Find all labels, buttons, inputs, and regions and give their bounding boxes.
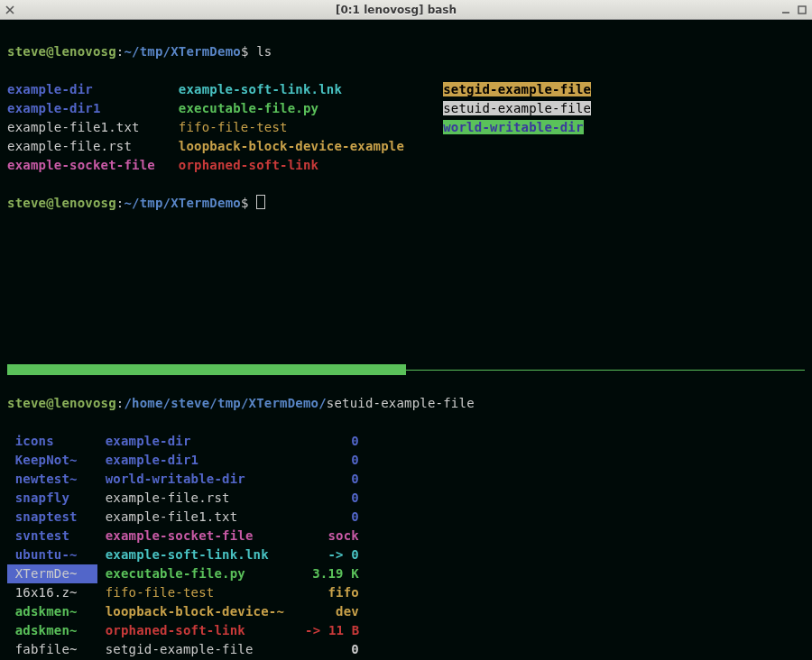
mc-left-item[interactable]: adskmen~ <box>7 621 97 640</box>
mc-left-item[interactable]: svntest <box>7 527 97 545</box>
mc-row[interactable]: ubuntu-~ example-soft-link.lnk -> 0 <box>7 545 805 564</box>
ls-row: example-dir example-soft-link.lnk setgid… <box>7 80 805 99</box>
prompt-line-2: steve@lenovosg:~/tmp/XTermDemo$ <box>7 194 805 213</box>
mc-right-item[interactable]: example-file1.txt 0 <box>97 509 359 524</box>
mc-left-item[interactable]: 16x16.z~ <box>7 583 97 602</box>
ls-item: example-file.rst <box>7 139 179 153</box>
mc-path-line: steve@lenovosg:/home/steve/tmp/XTermDemo… <box>7 394 805 413</box>
mc-left-item[interactable]: fabfile~ <box>7 640 97 659</box>
mc-right-item[interactable]: example-file.rst 0 <box>97 490 359 505</box>
ls-row: example-file1.txt fifo-file-test world-w… <box>7 118 805 137</box>
mc-row[interactable]: 16x16.z~ fifo-file-test fifo <box>7 583 805 602</box>
mc-right-item[interactable]: example-soft-link.lnk -> 0 <box>97 547 359 562</box>
ls-command: ls <box>256 44 272 59</box>
window-titlebar: [0:1 lenovosg] bash <box>0 0 812 20</box>
mc-row[interactable]: KeepNot~ example-dir1 0 <box>7 451 805 470</box>
mc-left-item[interactable]: icons <box>7 432 97 451</box>
ls-item: setgid-example-file <box>443 82 591 96</box>
mc-right-item[interactable]: setgid-example-file 0 <box>97 642 359 656</box>
mc-row[interactable]: adskmen~ orphaned-soft-link -> 11 B <box>7 621 805 640</box>
ls-item: fifo-file-test <box>179 120 443 134</box>
mc-right-item[interactable]: example-dir 0 <box>97 434 359 448</box>
mc-left-item[interactable]: snapfly <box>7 489 97 508</box>
pane-divider[interactable] <box>7 364 805 375</box>
mc-left-item[interactable]: snaptest <box>7 508 97 527</box>
mc-left-item[interactable]: KeepNot~ <box>7 451 97 470</box>
ls-item: setuid-example-file <box>443 101 591 115</box>
mc-right-item[interactable]: loopback-block-device-~ dev <box>97 604 359 619</box>
mc-right-item[interactable]: example-dir1 0 <box>97 453 359 467</box>
mc-right-item[interactable]: world-writable-dir 0 <box>97 472 359 486</box>
ls-item: world-writable-dir <box>443 120 583 134</box>
mc-right-item[interactable]: example-socket-file sock <box>97 528 359 543</box>
mc-left-item[interactable]: ubuntu-~ <box>7 545 97 564</box>
ls-item: loopback-block-device-example <box>179 139 443 153</box>
ls-item: example-dir <box>7 82 179 96</box>
mc-row[interactable]: svntest example-socket-file sock <box>7 527 805 545</box>
maximize-icon[interactable] <box>796 4 808 16</box>
mc-row[interactable]: snapfly example-file.rst 0 <box>7 489 805 508</box>
mc-left-item[interactable]: newtest~ <box>7 470 97 489</box>
mc-row[interactable]: snaptest example-file1.txt 0 <box>7 508 805 527</box>
svg-rect-0 <box>798 6 806 14</box>
minimize-icon[interactable] <box>780 4 792 16</box>
cursor <box>256 195 265 209</box>
mc-left-item[interactable]: adskmen~ <box>7 602 97 621</box>
mc-row[interactable]: adskmen~ loopback-block-device-~ dev <box>7 602 805 621</box>
mc-left-item[interactable]: XTermDe~ <box>7 564 97 583</box>
ls-row: example-dir1 executable-file.py setuid-e… <box>7 99 805 118</box>
ls-item: executable-file.py <box>179 101 443 115</box>
mc-file-list[interactable]: icons example-dir 0 KeepNot~ example-dir… <box>7 432 805 660</box>
mc-row[interactable]: XTermDe~ executable-file.py 3.19 K <box>7 564 805 583</box>
mc-right-item[interactable]: orphaned-soft-link -> 11 B <box>97 623 359 637</box>
close-icon[interactable] <box>4 4 16 16</box>
ls-output: example-dir example-soft-link.lnk setgid… <box>7 80 805 175</box>
mc-row[interactable]: icons example-dir 0 <box>7 432 805 451</box>
ls-row: example-socket-file orphaned-soft-link <box>7 156 805 175</box>
ls-item: example-dir1 <box>7 101 179 115</box>
mc-right-item[interactable]: executable-file.py 3.19 K <box>97 566 359 581</box>
ls-row: example-file.rst loopback-block-device-e… <box>7 137 805 156</box>
mc-row[interactable]: fabfile~ setgid-example-file 0 <box>7 640 805 659</box>
ls-item: example-file1.txt <box>7 120 179 134</box>
ls-item: example-soft-link.lnk <box>179 82 443 96</box>
ls-item: example-socket-file <box>7 158 179 172</box>
mc-row[interactable]: newtest~ world-writable-dir 0 <box>7 470 805 489</box>
prompt-line-1: steve@lenovosg:~/tmp/XTermDemo$ ls <box>7 42 805 61</box>
terminal-area[interactable]: steve@lenovosg:~/tmp/XTermDemo$ ls examp… <box>0 20 812 660</box>
mc-right-item[interactable]: fifo-file-test fifo <box>97 585 359 600</box>
ls-item: orphaned-soft-link <box>179 158 443 172</box>
window-title: [0:1 lenovosg] bash <box>16 2 776 18</box>
